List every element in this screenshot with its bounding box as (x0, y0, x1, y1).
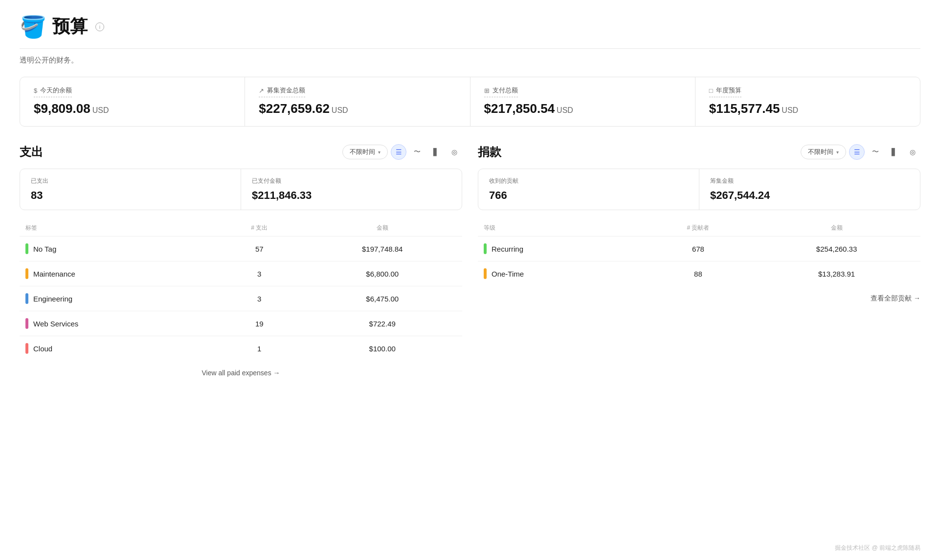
donations-col-amount: 金额 (753, 220, 920, 237)
donations-view-all[interactable]: 查看全部贡献 → (478, 294, 920, 303)
expense-amount-0: $197,748.84 (302, 237, 462, 261)
expenses-count-value: 83 (31, 189, 230, 202)
expenses-donut-view-btn[interactable]: ◎ (447, 144, 462, 160)
summary-card-value-1: $227,659.62USD (259, 101, 456, 116)
donations-col-count: # 贡献者 (644, 220, 753, 237)
donations-col-tier: 等级 (478, 220, 644, 237)
footer-text: 掘金技术社区 @ 前端之虎陈随易 (835, 544, 920, 551)
donation-name-1: One-Time (492, 270, 524, 278)
main-content: 支出 不限时间 ▾ ☰ 〜 ▋ ◎ 已支出 83 已支付金额 $211,846.… (20, 144, 920, 377)
donations-count-label: 收到的贡献 (489, 177, 688, 185)
expense-amount-4: $100.00 (302, 336, 462, 361)
donations-stats-row: 收到的贡献 766 筹集金额 $267,544.24 (478, 169, 920, 210)
summary-card-value-0: $9,809.08USD (34, 101, 231, 116)
table-row: Web Services 19 $722.49 (20, 311, 462, 336)
summary-card-0: $ 今天的余额 $9,809.08USD (20, 77, 245, 126)
donation-count-0: 678 (644, 237, 753, 261)
expenses-section-header: 支出 不限时间 ▾ ☰ 〜 ▋ ◎ (20, 144, 462, 160)
donations-stat-amount: 筹集金额 $267,544.24 (699, 169, 920, 210)
expenses-title: 支出 (20, 144, 342, 160)
expenses-amount-label: 已支付金额 (252, 177, 451, 185)
page-icon: 🪣 (20, 16, 46, 38)
expense-tag-2: Engineering (20, 286, 216, 311)
summary-card-currency-1: USD (332, 106, 348, 114)
card-icon-0: $ (34, 87, 37, 94)
tag-color-bar-2 (25, 293, 28, 304)
expenses-col-amount: 金额 (302, 220, 462, 237)
tag-name-1: Maintenance (33, 270, 75, 278)
donations-controls: 不限时间 ▾ ☰ 〜 ▋ ◎ (801, 144, 920, 160)
expenses-line-view-btn[interactable]: 〜 (409, 144, 425, 160)
donations-bar-view-btn[interactable]: ▋ (886, 144, 902, 160)
donations-table: 等级 # 贡献者 金额 Recurring 678 $254,260.33 On… (478, 220, 920, 286)
table-row: Engineering 3 $6,475.00 (20, 286, 462, 311)
expense-count-1: 3 (216, 261, 302, 286)
summary-card-value-3: $115,577.45USD (709, 101, 906, 116)
chevron-down-icon: ▾ (378, 150, 380, 155)
expenses-stats-row: 已支出 83 已支付金额 $211,846.33 (20, 169, 462, 210)
page-subtitle: 透明公开的财务。 (20, 56, 920, 65)
summary-card-label-0: $ 今天的余额 (34, 86, 72, 97)
summary-card-value-2: $217,850.54USD (484, 101, 681, 116)
summary-card-currency-3: USD (782, 106, 798, 114)
page-footer: 掘金技术社区 @ 前端之虎陈随易 (835, 544, 920, 552)
expenses-col-tag: 标签 (20, 220, 216, 237)
donations-stat-count: 收到的贡献 766 (478, 169, 699, 210)
summary-card-label-3: □ 年度预算 (709, 86, 741, 97)
info-icon[interactable]: i (95, 22, 104, 31)
donations-time-selector[interactable]: 不限时间 ▾ (801, 145, 846, 159)
donation-tier-1: One-Time (478, 261, 644, 286)
table-row: One-Time 88 $13,283.91 (478, 261, 920, 286)
table-row: Maintenance 3 $6,800.00 (20, 261, 462, 286)
expenses-amount-value: $211,846.33 (252, 189, 451, 202)
donation-name-0: Recurring (492, 245, 523, 253)
table-row: Recurring 678 $254,260.33 (478, 237, 920, 261)
summary-card-label-2: ⊞ 支付总额 (484, 86, 518, 97)
page-title: 预算 (52, 15, 88, 39)
summary-card-3: □ 年度预算 $115,577.45USD (695, 77, 920, 126)
expenses-table: 标签 # 支出 金额 No Tag 57 $197,748.84 Mainten… (20, 220, 462, 361)
donations-time-label: 不限时间 (808, 148, 833, 156)
expenses-time-label: 不限时间 (350, 148, 375, 156)
donation-amount-1: $13,283.91 (753, 261, 920, 286)
donations-section-header: 捐款 不限时间 ▾ ☰ 〜 ▋ ◎ (478, 144, 920, 160)
donations-line-view-btn[interactable]: 〜 (868, 144, 883, 160)
donations-count-value: 766 (489, 189, 688, 202)
expenses-stat-count: 已支出 83 (20, 169, 241, 210)
expenses-stat-amount: 已支付金额 $211,846.33 (241, 169, 462, 210)
expenses-section: 支出 不限时间 ▾ ☰ 〜 ▋ ◎ 已支出 83 已支付金额 $211,846.… (20, 144, 462, 377)
tag-name-0: No Tag (33, 245, 56, 253)
expenses-list-view-btn[interactable]: ☰ (391, 144, 406, 160)
expense-count-3: 19 (216, 311, 302, 336)
chevron-down-icon: ▾ (836, 150, 839, 155)
expenses-view-all-link[interactable]: View all paid expenses → (201, 369, 280, 377)
expense-count-4: 1 (216, 336, 302, 361)
donations-view-all-link[interactable]: 查看全部贡献 → (871, 294, 920, 302)
tag-name-2: Engineering (33, 295, 72, 303)
table-row: Cloud 1 $100.00 (20, 336, 462, 361)
tag-color-bar-1 (25, 268, 28, 279)
summary-card-currency-2: USD (557, 106, 573, 114)
donations-donut-view-btn[interactable]: ◎ (905, 144, 920, 160)
expense-amount-3: $722.49 (302, 311, 462, 336)
donation-tier-0: Recurring (478, 237, 644, 261)
expense-tag-0: No Tag (20, 237, 216, 261)
expense-count-2: 3 (216, 286, 302, 311)
page-header: 🪣 预算 i (20, 15, 920, 49)
expense-count-0: 57 (216, 237, 302, 261)
expense-tag-3: Web Services (20, 311, 216, 336)
expenses-view-all[interactable]: View all paid expenses → (20, 368, 462, 377)
tag-name-3: Web Services (33, 320, 78, 328)
tag-color-bar-3 (25, 318, 28, 329)
donation-color-bar-0 (484, 243, 487, 254)
donations-amount-label: 筹集金额 (710, 177, 909, 185)
donation-count-1: 88 (644, 261, 753, 286)
donations-title: 捐款 (478, 144, 801, 160)
tag-name-4: Cloud (33, 345, 52, 353)
summary-cards: $ 今天的余额 $9,809.08USD ↗ 募集资金总额 $227,659.6… (20, 77, 920, 127)
donations-list-view-btn[interactable]: ☰ (849, 144, 865, 160)
expenses-time-selector[interactable]: 不限时间 ▾ (342, 145, 388, 159)
summary-card-label-1: ↗ 募集资金总额 (259, 86, 305, 97)
expense-amount-2: $6,475.00 (302, 286, 462, 311)
expenses-bar-view-btn[interactable]: ▋ (428, 144, 444, 160)
